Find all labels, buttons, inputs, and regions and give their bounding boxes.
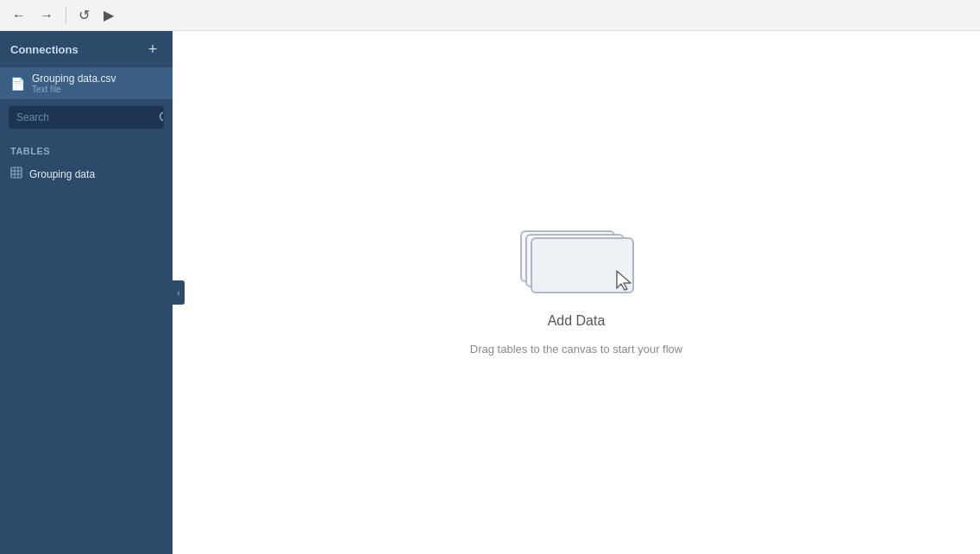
table-item[interactable]: Grouping data [0,161,173,186]
canvas: Add Data Drag tables to the canvas to st… [173,31,980,554]
main-area: Connections + 📄 Grouping data.csv Text f… [0,31,980,554]
search-input[interactable] [9,107,153,128]
search-icon [159,111,164,123]
toolbar: ← → ↺ ▶ [0,0,980,31]
toolbar-divider [66,7,66,24]
svg-point-0 [160,113,165,121]
table-name: Grouping data [29,168,95,180]
play-button[interactable]: ▶ [98,3,119,27]
file-name: Grouping data.csv [32,72,116,85]
search-wrapper [9,106,164,129]
tables-section: Tables [0,135,173,161]
add-connection-button[interactable]: + [143,40,162,59]
card-front [531,237,634,293]
forward-button[interactable]: → [35,4,59,27]
table-grid-icon [10,167,22,181]
reload-button[interactable]: ↺ [73,3,95,27]
tables-label: Tables [10,146,50,156]
back-button[interactable]: ← [7,4,31,27]
sidebar-collapse-button[interactable]: ‹ [173,280,185,305]
add-data-subtitle: Drag tables to the canvas to start your … [470,343,682,356]
file-info: Grouping data.csv Text file [32,72,116,94]
add-data-illustration: Add Data Drag tables to the canvas to st… [470,230,682,356]
search-container [0,99,173,135]
sidebar: Connections + 📄 Grouping data.csv Text f… [0,31,173,554]
connections-label: Connections [10,43,79,56]
connections-header: Connections + [0,31,173,67]
cards-stack [520,230,632,299]
file-icon: 📄 [10,77,25,91]
file-item[interactable]: 📄 Grouping data.csv Text file [0,67,173,99]
svg-rect-2 [11,167,22,178]
cursor-icon [613,269,634,293]
add-data-title: Add Data [548,313,606,329]
file-type: Text file [32,85,116,94]
search-button[interactable] [153,107,164,128]
